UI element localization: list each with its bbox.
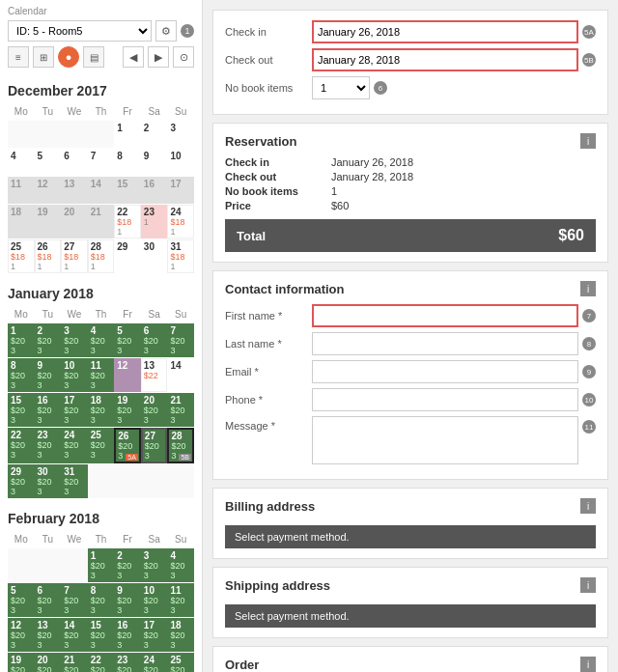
firstname-input[interactable] — [312, 304, 578, 327]
cal-cell[interactable]: 13$203 — [35, 618, 62, 652]
cal-cell[interactable]: 6$203 — [35, 583, 62, 617]
cal-cell[interactable]: 24$203 — [61, 428, 88, 463]
reservation-expand-btn[interactable]: i — [580, 133, 596, 149]
cal-cell[interactable]: 9$203 — [35, 358, 62, 392]
cal-cell[interactable]: 16 — [141, 177, 168, 204]
cal-cell[interactable]: 24$203 — [141, 653, 168, 672]
cal-cell[interactable]: 15$203 — [88, 618, 115, 652]
cal-cell[interactable]: 25$203 — [88, 428, 115, 463]
cal-cell[interactable]: 9$203 — [114, 583, 141, 617]
cal-cell[interactable]: 16$203 — [114, 618, 141, 652]
cal-cell[interactable] — [88, 121, 115, 148]
cal-cell[interactable]: 4$203 — [167, 548, 194, 582]
cal-cell[interactable]: 2$203 — [35, 323, 62, 357]
cal-cell[interactable]: 30 — [141, 239, 168, 273]
cal-cell[interactable]: 27$181 — [61, 239, 88, 273]
range-start-cell[interactable]: 26 $20 3 5A — [114, 428, 141, 463]
view-more-btn[interactable]: ▤ — [83, 46, 104, 68]
cal-cell[interactable]: 18$203 — [167, 618, 194, 652]
cal-cell[interactable]: 29$203 — [8, 464, 35, 498]
cal-cell[interactable] — [167, 464, 194, 498]
cal-cell[interactable]: 12 — [35, 177, 62, 204]
cal-cell[interactable]: 7 — [88, 149, 115, 176]
range-mid-cell[interactable]: 27$203 — [141, 428, 168, 463]
shipping-payment-btn[interactable]: Select payment method. — [225, 604, 596, 628]
cal-cell[interactable]: 31$181 — [167, 239, 194, 273]
order-expand-btn[interactable]: i — [580, 657, 596, 672]
cal-cell[interactable]: 7$203 — [61, 583, 88, 617]
cal-cell[interactable]: 21$203 — [61, 653, 88, 672]
cal-cell[interactable]: 22$181 — [114, 205, 141, 238]
cal-cell[interactable]: 17 — [167, 177, 194, 204]
cal-cell[interactable]: 31$203 — [61, 464, 88, 498]
checkin-input[interactable] — [312, 20, 578, 43]
cal-cell[interactable] — [8, 121, 35, 148]
cal-cell[interactable]: 3 — [167, 121, 194, 148]
cal-cell[interactable]: 4 — [8, 149, 35, 176]
cal-cell[interactable]: 14 — [167, 358, 194, 392]
cal-cell[interactable]: 1$203 — [88, 548, 115, 582]
cal-cell[interactable]: 9 — [141, 149, 168, 176]
cal-cell[interactable]: 5 — [35, 149, 62, 176]
checkout-input[interactable] — [312, 48, 578, 71]
cal-cell[interactable]: 21$203 — [167, 393, 194, 427]
cal-cell[interactable]: 19$203 — [8, 653, 35, 672]
cal-cell[interactable]: 2 — [141, 121, 168, 148]
cal-cell[interactable]: 12$203 — [8, 618, 35, 652]
contact-expand-btn[interactable]: i — [580, 281, 596, 296]
message-input[interactable] — [312, 416, 578, 464]
cal-cell[interactable]: 20$203 — [35, 653, 62, 672]
cal-cell[interactable]: 26$181 — [35, 239, 62, 273]
cal-cell[interactable]: 8$203 — [8, 358, 35, 392]
cal-cell[interactable]: 11$203 — [167, 583, 194, 617]
view-grid-btn[interactable]: ⊞ — [33, 46, 54, 68]
email-input[interactable] — [312, 360, 578, 383]
cal-cell[interactable]: 1 — [114, 121, 141, 148]
cal-cell[interactable] — [35, 121, 62, 148]
cal-cell[interactable]: 17$203 — [61, 393, 88, 427]
cal-cell[interactable]: 23$203 — [114, 653, 141, 672]
cal-cell[interactable]: 23$203 — [35, 428, 62, 463]
cal-cell[interactable]: 14 — [88, 177, 115, 204]
cal-cell[interactable]: 231 — [141, 205, 168, 238]
cal-cell[interactable] — [35, 548, 62, 582]
settings-icon[interactable]: ⚙ — [155, 20, 177, 42]
cal-cell[interactable]: 18$203 — [88, 393, 115, 427]
cal-cell[interactable] — [61, 121, 88, 148]
phone-input[interactable] — [312, 388, 578, 411]
cal-cell[interactable]: 24$181 — [167, 205, 194, 238]
cal-cell[interactable] — [88, 464, 115, 498]
shipping-expand-btn[interactable]: i — [580, 577, 596, 593]
cal-cell[interactable]: 29 — [114, 239, 141, 273]
cal-cell[interactable]: 25$181 — [8, 239, 35, 273]
cal-cell[interactable]: 14$203 — [61, 618, 88, 652]
cal-cell[interactable]: 20 — [61, 205, 88, 238]
view-circle-btn[interactable]: ● — [58, 46, 79, 68]
cal-cell[interactable]: 11$203 — [88, 358, 115, 392]
cal-cell[interactable]: 13$22 — [141, 358, 168, 392]
cal-cell[interactable]: 5$203 — [114, 323, 141, 357]
cal-cell[interactable]: 6$203 — [141, 323, 168, 357]
cal-cell[interactable]: 17$203 — [141, 618, 168, 652]
nav-next-btn[interactable]: ▶ — [148, 46, 169, 68]
cal-cell[interactable] — [61, 548, 88, 582]
cal-cell[interactable]: 18 — [8, 205, 35, 238]
cal-cell[interactable]: 12 — [114, 358, 141, 392]
cal-cell[interactable]: 19$203 — [114, 393, 141, 427]
cal-cell[interactable]: 28$181 — [88, 239, 115, 273]
cal-cell[interactable]: 2$203 — [114, 548, 141, 582]
cal-cell[interactable] — [8, 548, 35, 582]
cal-cell[interactable]: 10 — [167, 149, 194, 176]
cal-cell[interactable]: 19 — [35, 205, 62, 238]
nobook-select[interactable]: 123 — [312, 76, 370, 99]
range-end-cell[interactable]: 28 $20 3 5B — [167, 428, 194, 463]
cal-cell[interactable]: 16$203 — [35, 393, 62, 427]
cal-cell[interactable]: 8$203 — [88, 583, 115, 617]
cal-cell[interactable]: 22$203 — [8, 428, 35, 463]
cal-cell[interactable]: 15 — [114, 177, 141, 204]
room-select[interactable]: ID: 5 - Room5 — [8, 20, 152, 42]
cal-cell[interactable]: 7$203 — [167, 323, 194, 357]
cal-cell[interactable]: 8 — [114, 149, 141, 176]
cal-cell[interactable]: 20$203 — [141, 393, 168, 427]
cal-cell[interactable]: 11 — [8, 177, 35, 204]
